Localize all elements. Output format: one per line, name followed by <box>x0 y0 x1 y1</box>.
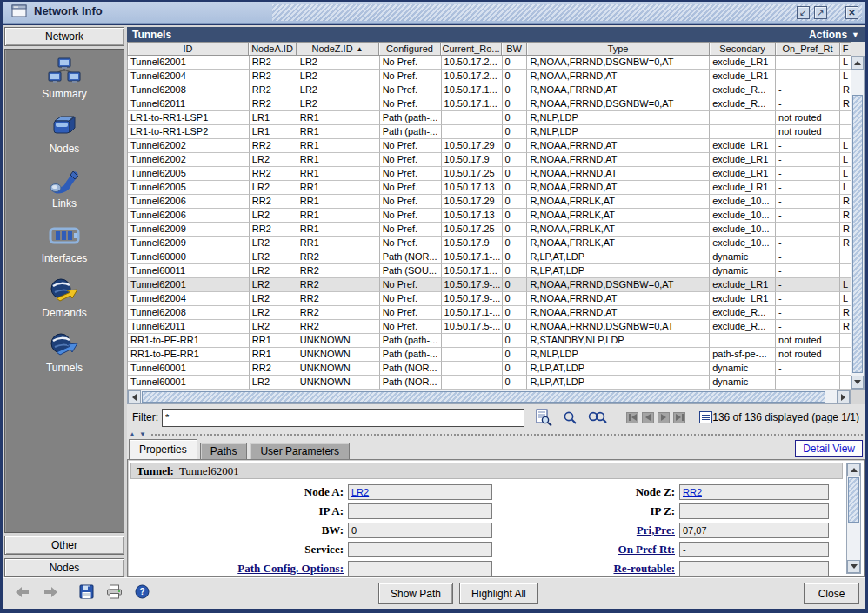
property-field[interactable] <box>348 542 492 557</box>
search-multiple-icon[interactable] <box>588 410 607 424</box>
table-row[interactable]: LR1-to-RR1-LSP1LR1RR1Path (path-...0R,NL… <box>128 111 851 125</box>
column-header[interactable]: On_Pref_Rt <box>776 42 840 56</box>
table-row[interactable]: Tunnel60000LR2RR2Path (NOR...10.50.17.1-… <box>128 250 851 264</box>
highlight-all-button[interactable]: Highlight All <box>459 583 538 604</box>
maximize-window-icon[interactable]: ↗ <box>814 6 827 19</box>
close-button[interactable]: Close <box>804 583 859 604</box>
search-icon[interactable] <box>563 410 578 425</box>
actions-menu-button[interactable]: Actions ▼ <box>809 29 859 41</box>
property-label[interactable]: Node A: <box>130 485 348 499</box>
table-row[interactable]: Tunnel62002LR2RR1No Pref.10.50.17.90R,NO… <box>128 153 851 167</box>
last-page-icon[interactable] <box>673 412 685 423</box>
property-label[interactable]: Path Config. Options: <box>130 562 348 576</box>
table-row[interactable]: RR1-to-PE-RR1RR1UNKNOWNPath (path-...0R,… <box>128 348 851 362</box>
table-row[interactable]: Tunnel62002RR2RR1No Pref.10.50.17.290R,N… <box>128 139 851 153</box>
property-field[interactable]: 07,07 <box>679 523 829 538</box>
save-icon[interactable] <box>79 584 94 599</box>
property-label[interactable]: IP A: <box>130 504 348 518</box>
table-row[interactable]: Tunnel62004RR2LR2No Pref.10.50.17.2...0R… <box>128 70 851 83</box>
table-row[interactable]: Tunnel62001RR2LR2No Pref.10.50.17.2...0R… <box>128 56 851 70</box>
table-row[interactable]: Tunnel62011LR2RR2No Pref.10.50.17.5-...0… <box>128 320 851 334</box>
sidebar-item[interactable]: Tunnels <box>46 330 83 374</box>
table-row[interactable]: Tunnel62005RR2RR1No Pref.10.50.17.250R,N… <box>128 167 851 181</box>
tab[interactable]: User Parameters <box>250 443 350 459</box>
nodes-category-button[interactable]: Nodes <box>4 558 124 577</box>
table-row[interactable]: Tunnel62001LR2RR2No Pref.10.50.17.9-...0… <box>128 278 851 292</box>
property-field[interactable] <box>348 561 492 576</box>
help-icon[interactable]: ? <box>135 584 150 599</box>
table-row[interactable]: LR1-to-RR1-LSP2LR1RR1Path (path-...0R,NL… <box>128 125 851 139</box>
table-row[interactable]: Tunnel62009LR2RR1No Pref.10.50.17.90R,NO… <box>128 237 851 250</box>
forward-icon[interactable] <box>43 586 58 598</box>
property-field[interactable]: RR2 <box>679 484 829 500</box>
first-page-icon[interactable] <box>626 412 638 423</box>
property-field[interactable] <box>348 503 492 519</box>
property-label[interactable]: IP Z: <box>497 504 679 518</box>
table-row[interactable]: Tunnel62006RR2RR1No Pref.10.50.17.290R,N… <box>128 195 851 209</box>
column-header[interactable]: ID <box>127 42 249 56</box>
table-row[interactable]: Tunnel62004LR2RR2No Pref.10.50.17.9-...0… <box>128 292 851 306</box>
column-header[interactable]: Current_Ro... <box>441 42 502 56</box>
property-label[interactable]: Re-routable: <box>497 562 679 576</box>
sidebar-item[interactable]: Nodes <box>50 111 80 155</box>
table-row[interactable]: RR1-to-PE-RR1RR1UNKNOWNPath (path-...0R,… <box>128 334 851 348</box>
other-category-button[interactable]: Other <box>4 536 124 555</box>
restore-window-icon[interactable]: ↙ <box>797 6 810 19</box>
previous-page-icon[interactable] <box>642 412 654 423</box>
property-label[interactable]: Service: <box>130 543 348 556</box>
sidebar-item[interactable]: Interfaces <box>42 221 88 264</box>
horizontal-scrollbar-thumb[interactable] <box>142 391 825 403</box>
scroll-left-icon[interactable] <box>128 390 141 403</box>
scroll-up-icon[interactable] <box>847 463 860 476</box>
table-row[interactable]: Tunnel62008LR2RR2No Pref.10.50.17.1-...0… <box>128 306 851 320</box>
scroll-down-icon[interactable] <box>851 376 864 389</box>
show-path-button[interactable]: Show Path <box>378 583 453 604</box>
scroll-up-icon[interactable] <box>851 57 864 70</box>
properties-scrollbar[interactable] <box>846 463 861 574</box>
property-field[interactable]: - <box>679 542 829 557</box>
tab[interactable]: Paths <box>200 443 248 459</box>
table-row[interactable]: Tunnel62009RR2RR1No Pref.10.50.17.250R,N… <box>128 223 851 237</box>
property-field[interactable]: LR2 <box>348 484 492 500</box>
property-label[interactable]: BW: <box>130 523 348 537</box>
property-field[interactable] <box>679 561 829 576</box>
table-vertical-scrollbar[interactable] <box>851 56 865 390</box>
scroll-down-icon[interactable] <box>847 560 860 573</box>
panel-splitter[interactable]: ▲ ▼ <box>127 430 865 438</box>
scroll-right-icon[interactable] <box>837 390 850 403</box>
column-header[interactable]: NodeZ.ID▲ <box>297 42 379 56</box>
table-row[interactable]: Tunnel60001LR2UNKNOWNPath (NOR...0R,LP,A… <box>128 376 851 390</box>
table-horizontal-scrollbar[interactable] <box>127 390 851 404</box>
close-window-icon[interactable]: ✕ <box>845 6 858 19</box>
splitter-collapse-up-icon[interactable]: ▲ <box>129 431 136 438</box>
window-titlebar[interactable]: Network Info ↙ ↗ ✕ <box>3 2 865 24</box>
page-list-icon[interactable] <box>699 411 712 423</box>
table-row[interactable]: Tunnel62011RR2LR2No Pref.10.50.17.1...0R… <box>128 97 851 111</box>
properties-scrollbar-thumb[interactable] <box>848 477 859 523</box>
splitter-collapse-down-icon[interactable]: ▼ <box>139 431 146 438</box>
network-category-button[interactable]: Network <box>4 27 124 46</box>
table-row[interactable]: Tunnel62008RR2LR2No Pref.10.50.17.1...0R… <box>128 83 851 97</box>
splitter-handle[interactable] <box>151 434 863 436</box>
vertical-scrollbar-thumb[interactable] <box>852 95 863 373</box>
table-row[interactable]: Tunnel62005LR2RR1No Pref.10.50.17.130R,N… <box>128 181 851 195</box>
sidebar-item[interactable]: Summary <box>42 57 86 100</box>
property-field[interactable]: 0 <box>348 523 492 538</box>
column-header[interactable]: F <box>840 42 851 56</box>
table-row[interactable]: Tunnel60001RR2UNKNOWNPath (NOR...0R,LP,A… <box>128 362 851 376</box>
filter-input[interactable] <box>162 409 524 427</box>
column-header[interactable]: Type <box>527 42 710 56</box>
tab[interactable]: Properties <box>129 439 197 459</box>
sidebar-item[interactable]: Demands <box>42 276 86 319</box>
detail-view-button[interactable]: Detail View <box>795 440 863 457</box>
property-label[interactable]: Node Z: <box>497 485 679 499</box>
sidebar-item[interactable]: Links <box>49 166 80 210</box>
table-row[interactable]: Tunnel60011LR2RR2Path (SOU...10.50.17.1.… <box>128 264 851 278</box>
column-header[interactable]: Configured <box>379 42 441 56</box>
column-header[interactable]: NodeA.ID <box>249 42 297 56</box>
property-label[interactable]: Pri,Pre: <box>497 523 679 537</box>
column-header[interactable]: BW <box>502 42 527 56</box>
column-header[interactable]: Secondary <box>710 42 776 56</box>
property-label[interactable]: On Pref Rt: <box>497 543 679 556</box>
property-field[interactable] <box>679 503 829 519</box>
